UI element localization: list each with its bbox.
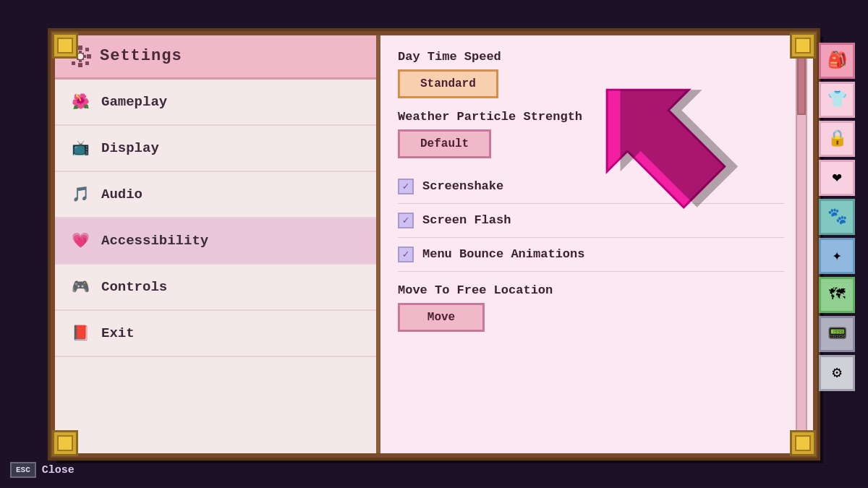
day-time-speed-section: Day Time Speed Standard	[398, 50, 784, 98]
controls-label: Controls	[101, 279, 167, 295]
screen-flash-label: Screen Flash	[422, 213, 511, 227]
menu-bounce-label: Menu Bounce Animations	[422, 247, 584, 261]
move-button[interactable]: Move	[398, 303, 485, 332]
sidebar-icon-backpack[interactable]: 🎒	[819, 43, 855, 79]
svg-rect-1	[78, 63, 82, 67]
sidebar-icon-star[interactable]: ✦	[819, 238, 855, 274]
menu-item-controls[interactable]: 🎮 Controls	[55, 265, 376, 311]
exit-icon: 📕	[69, 322, 91, 344]
accessibility-icon: 💗	[69, 230, 91, 252]
menu-item-accessibility[interactable]: 💗 Accessibility	[55, 218, 376, 265]
esc-close-label: Close	[42, 464, 75, 476]
day-time-speed-label: Day Time Speed	[398, 50, 784, 64]
menu-bounce-checkbox[interactable]: ✓	[398, 247, 414, 262]
screenshake-checkbox[interactable]: ✓	[398, 179, 414, 194]
display-icon: 📺	[69, 137, 91, 159]
menu-item-display[interactable]: 📺 Display	[55, 126, 376, 172]
svg-rect-0	[78, 46, 82, 50]
esc-key[interactable]: ESC	[10, 462, 36, 478]
sidebar-icon-pet[interactable]: 🐾	[819, 199, 855, 235]
menu-bounce-item: ✓ Menu Bounce Animations	[398, 238, 784, 272]
menu-item-audio[interactable]: 🎵 Audio	[55, 172, 376, 218]
default-button[interactable]: Default	[398, 129, 491, 158]
left-page-filler	[55, 357, 376, 453]
controls-icon: 🎮	[69, 276, 91, 298]
exit-label: Exit	[101, 325, 135, 341]
sidebar-icon-heart[interactable]: ❤️	[819, 160, 855, 196]
display-label: Display	[101, 140, 159, 156]
scrollbar[interactable]: ▲ ▼	[796, 43, 807, 446]
svg-rect-7	[85, 61, 89, 65]
standard-button[interactable]: Standard	[398, 69, 498, 98]
right-sidebar: 🎒 👕 🔒 ❤️ 🐾 ✦ 🗺 📟 ⚙	[816, 35, 858, 453]
gameplay-label: Gameplay	[101, 94, 167, 110]
move-free-section: Move To Free Location Move	[398, 283, 784, 332]
book-container: Settings 🌺 Gameplay 📺 Display 🎵 Audio 💗 …	[51, 31, 817, 458]
audio-icon: 🎵	[69, 184, 91, 205]
menu-item-exit[interactable]: 📕 Exit	[55, 311, 376, 357]
sidebar-icon-lock[interactable]: 🔒	[819, 121, 855, 157]
screenshake-item: ✓ Screenshake	[398, 170, 784, 204]
move-free-label: Move To Free Location	[398, 283, 784, 297]
corner-br	[790, 430, 816, 456]
right-content: Day Time Speed Standard Weather Particle…	[380, 35, 813, 453]
corner-tl	[52, 33, 78, 59]
sidebar-icon-clothes[interactable]: 👕	[819, 82, 855, 118]
left-page: Settings 🌺 Gameplay 📺 Display 🎵 Audio 💗 …	[55, 35, 380, 453]
right-page: Day Time Speed Standard Weather Particle…	[380, 35, 813, 453]
svg-point-11	[77, 53, 83, 59]
corner-bl	[52, 430, 78, 456]
weather-particles-label: Weather Particle Strength	[398, 110, 784, 124]
svg-rect-5	[85, 48, 89, 51]
scrollbar-thumb[interactable]	[797, 57, 806, 115]
svg-rect-6	[72, 61, 75, 65]
weather-particles-section: Weather Particle Strength Default	[398, 110, 784, 158]
menu-item-gameplay[interactable]: 🌺 Gameplay	[55, 80, 376, 126]
svg-rect-3	[87, 54, 91, 59]
accessibility-label: Accessibility	[101, 233, 208, 249]
corner-tr	[790, 33, 816, 59]
settings-header: Settings	[55, 35, 376, 80]
screenshake-label: Screenshake	[422, 179, 503, 193]
sidebar-icon-map[interactable]: 🗺	[819, 277, 855, 313]
sidebar-icon-device[interactable]: 📟	[819, 316, 855, 352]
gameplay-icon: 🌺	[69, 91, 91, 113]
sidebar-icon-settings[interactable]: ⚙	[819, 355, 855, 391]
settings-title: Settings	[100, 47, 182, 65]
screen-flash-item: ✓ Screen Flash	[398, 204, 784, 238]
esc-close-bar: ESC Close	[10, 462, 75, 478]
screen-flash-checkbox[interactable]: ✓	[398, 213, 414, 228]
audio-label: Audio	[101, 187, 142, 202]
